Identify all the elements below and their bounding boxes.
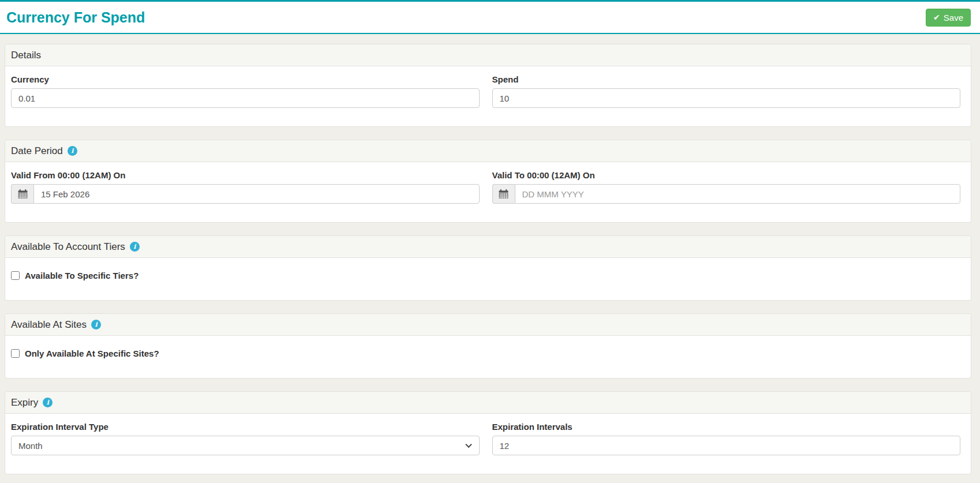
save-button[interactable]: ✔ Save xyxy=(926,9,971,27)
valid-from-label: Valid From 00:00 (12AM) On xyxy=(11,170,480,180)
currency-field-group: Currency xyxy=(11,74,480,108)
panel-expiry: Expiry i Expiration Interval Type Month … xyxy=(5,391,971,474)
calendar-icon xyxy=(499,189,508,199)
interval-type-field-group: Expiration Interval Type Month xyxy=(11,422,480,455)
panel-expiry-heading: Expiry i xyxy=(5,392,971,414)
panel-details-title: Details xyxy=(11,50,41,61)
expiry-info-icon[interactable]: i xyxy=(43,398,53,407)
specific-sites-checkbox[interactable] xyxy=(11,349,20,358)
specific-tiers-checkbox-row[interactable]: Available To Specific Tiers? xyxy=(11,271,139,280)
specific-tiers-checkbox-label: Available To Specific Tiers? xyxy=(25,271,139,280)
currency-input[interactable] xyxy=(11,88,480,108)
calendar-icon xyxy=(18,189,28,199)
panel-date-period: Date Period i Valid From 00:00 (12AM) On xyxy=(5,140,971,223)
panel-account-tiers-title: Available To Account Tiers xyxy=(11,241,125,252)
spend-input[interactable] xyxy=(492,88,961,108)
panel-sites-title: Available At Sites xyxy=(11,319,87,330)
panel-account-tiers: Available To Account Tiers i Available T… xyxy=(5,235,971,301)
interval-type-label: Expiration Interval Type xyxy=(11,422,480,432)
panel-sites-body: Only Available At Specific Sites? xyxy=(5,336,971,378)
valid-to-label: Valid To 00:00 (12AM) On xyxy=(492,170,961,180)
specific-sites-checkbox-label: Only Available At Specific Sites? xyxy=(25,349,159,358)
valid-to-calendar-button[interactable] xyxy=(492,184,515,204)
panel-account-tiers-heading: Available To Account Tiers i xyxy=(5,236,971,258)
intervals-label: Expiration Intervals xyxy=(492,422,961,432)
panel-account-tiers-body: Available To Specific Tiers? xyxy=(5,258,971,300)
specific-tiers-checkbox[interactable] xyxy=(11,271,20,280)
panel-date-period-body: Valid From 00:00 (12AM) On xyxy=(5,162,971,222)
panel-details: Details Currency Spend xyxy=(5,44,971,127)
spend-field-group: Spend xyxy=(492,74,961,108)
panel-date-period-title: Date Period xyxy=(11,145,63,156)
panel-expiry-body: Expiration Interval Type Month Expiratio… xyxy=(5,414,971,474)
save-button-label: Save xyxy=(944,13,963,23)
panel-expiry-title: Expiry xyxy=(11,397,38,408)
panel-sites-heading: Available At Sites i xyxy=(5,314,971,336)
check-icon: ✔ xyxy=(933,13,940,21)
currency-label: Currency xyxy=(11,74,480,84)
valid-from-calendar-button[interactable] xyxy=(11,184,33,204)
sites-info-icon[interactable]: i xyxy=(91,320,101,330)
valid-to-field-group: Valid To 00:00 (12AM) On xyxy=(492,170,961,204)
valid-to-date-input[interactable] xyxy=(515,184,961,204)
specific-sites-checkbox-row[interactable]: Only Available At Specific Sites? xyxy=(11,349,159,358)
intervals-field-group: Expiration Intervals xyxy=(492,422,961,455)
main-content: Details Currency Spend Date Period i xyxy=(0,34,980,482)
valid-from-date-input[interactable] xyxy=(33,184,480,204)
panel-date-period-heading: Date Period i xyxy=(5,140,971,162)
date-period-info-icon[interactable]: i xyxy=(68,146,77,156)
page-header: Currency For Spend ✔ Save xyxy=(0,0,980,34)
spend-label: Spend xyxy=(492,74,961,84)
expiration-interval-type-select[interactable]: Month xyxy=(11,436,480,455)
valid-from-field-group: Valid From 00:00 (12AM) On xyxy=(11,170,480,204)
panel-details-body: Currency Spend xyxy=(5,66,971,126)
expiration-intervals-input[interactable] xyxy=(492,436,961,455)
account-tiers-info-icon[interactable]: i xyxy=(130,242,140,252)
page-title: Currency For Spend xyxy=(6,9,145,26)
panel-details-heading: Details xyxy=(5,44,971,66)
panel-sites: Available At Sites i Only Available At S… xyxy=(5,313,971,379)
